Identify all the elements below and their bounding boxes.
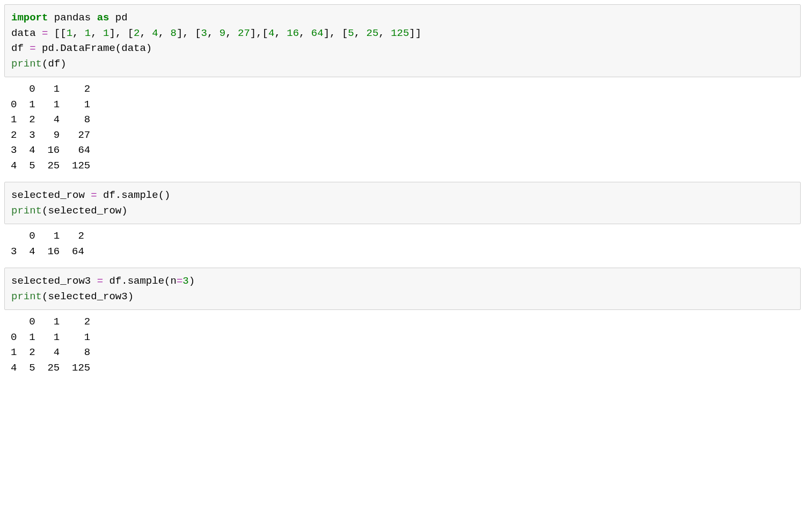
paren-args: (selected_row3) <box>42 291 134 302</box>
equals-operator: = <box>30 42 35 54</box>
number-literal: 1 <box>67 27 72 39</box>
code-output-3: 0 1 2 0 1 1 1 1 2 4 8 4 5 25 125 <box>4 310 801 379</box>
print-call: print <box>11 291 42 302</box>
comma: , <box>91 27 103 39</box>
equals-operator: = <box>42 27 48 39</box>
code-input-1[interactable]: import pandas as pddata = [[1, 1, 1], [2… <box>4 4 801 77</box>
alias-pd: pd <box>109 12 127 24</box>
print-call: print <box>11 205 42 217</box>
comma: , <box>378 27 391 39</box>
number-literal: 4 <box>152 27 158 39</box>
code-cell-1: import pandas as pddata = [[1, 1, 1], [2… <box>4 4 801 176</box>
number-literal: 16 <box>287 27 299 39</box>
var-selected-row3: selected_row3 <box>11 275 97 287</box>
number-literal: 8 <box>171 27 177 39</box>
number-literal: 64 <box>311 27 324 39</box>
number-literal: 9 <box>219 27 225 39</box>
comma: , <box>299 27 311 39</box>
number-literal: 1 <box>85 27 91 39</box>
module-pandas: pandas <box>48 12 97 24</box>
comma: , <box>140 27 152 39</box>
dataframe-call: pd.DataFrame(data) <box>36 42 152 54</box>
bracket: ], [ <box>177 27 201 39</box>
var-selected-row: selected_row <box>11 189 91 201</box>
sample-call: df.sample() <box>97 189 171 201</box>
equals-operator: = <box>91 189 97 201</box>
bracket: ], [ <box>109 27 134 39</box>
equals-operator: = <box>177 275 182 287</box>
paren-args: (selected_row) <box>42 205 128 217</box>
sample-call-n: df.sample(n <box>103 275 177 287</box>
number-literal: 3 <box>182 275 188 287</box>
number-literal: 4 <box>268 27 274 39</box>
code-cell-2: selected_row = df.sample()print(selected… <box>4 182 801 262</box>
comma: , <box>225 27 238 39</box>
code-output-2: 0 1 2 3 4 16 64 <box>4 224 801 262</box>
code-input-2[interactable]: selected_row = df.sample()print(selected… <box>4 182 801 224</box>
comma: , <box>274 27 287 39</box>
notebook: import pandas as pddata = [[1, 1, 1], [2… <box>0 0 805 388</box>
var-data: data <box>11 27 42 39</box>
code-output-1: 0 1 2 0 1 1 1 1 2 4 8 2 3 9 27 3 4 16 64… <box>4 77 801 176</box>
bracket: ], [ <box>324 27 348 39</box>
number-literal: 5 <box>348 27 354 39</box>
keyword-import: import <box>11 12 48 24</box>
print-call: print <box>11 58 42 70</box>
number-literal: 3 <box>201 27 207 39</box>
bracket: ],[ <box>250 27 268 39</box>
code-cell-3: selected_row3 = df.sample(n=3)print(sele… <box>4 268 801 379</box>
bracket: [[ <box>48 27 66 39</box>
number-literal: 25 <box>367 27 379 39</box>
var-df: df <box>11 42 30 54</box>
number-literal: 125 <box>391 27 409 39</box>
keyword-as: as <box>97 12 109 24</box>
comma: , <box>207 27 219 39</box>
comma: , <box>72 27 85 39</box>
paren-args: (df) <box>42 58 67 70</box>
number-literal: 1 <box>103 27 109 39</box>
paren-close: ) <box>189 275 195 287</box>
number-literal: 2 <box>134 27 140 39</box>
number-literal: 27 <box>238 27 250 39</box>
bracket: ]] <box>409 27 421 39</box>
comma: , <box>158 27 171 39</box>
code-input-3[interactable]: selected_row3 = df.sample(n=3)print(sele… <box>4 268 801 310</box>
equals-operator: = <box>97 275 103 287</box>
comma: , <box>354 27 367 39</box>
